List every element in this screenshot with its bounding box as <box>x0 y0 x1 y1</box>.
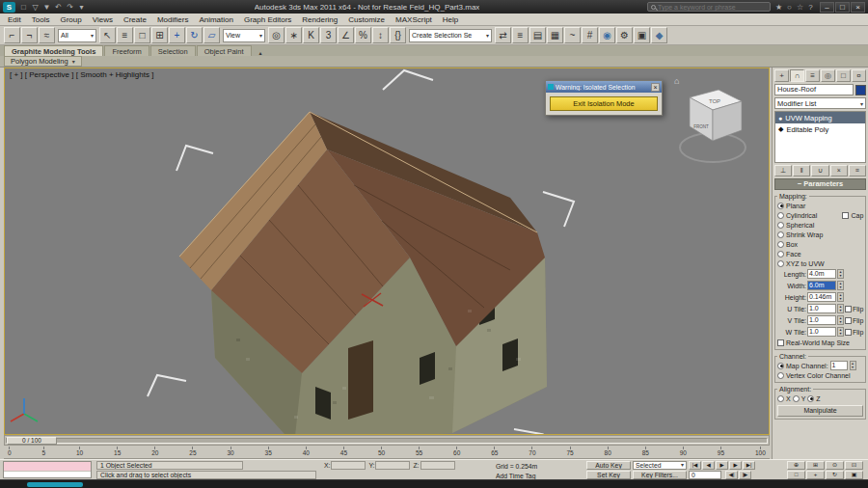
help-icon[interactable]: ? <box>805 3 816 12</box>
spinner-height[interactable]: Height:0.146m▴▾ <box>777 291 863 303</box>
ribbon-tab-freeform[interactable]: Freeform <box>104 45 149 56</box>
real-world-map-size-checkbox[interactable]: Real-World Map Size <box>777 338 863 347</box>
coordinate-x-field[interactable]: X: <box>324 461 366 470</box>
select-by-name-icon[interactable]: ≡ <box>117 27 133 43</box>
viewcube-top-label[interactable]: TOP <box>709 98 720 104</box>
make-unique-icon[interactable]: ∪ <box>811 165 828 176</box>
select-object-icon[interactable]: ↖ <box>99 27 116 43</box>
coordinate-z-field[interactable]: Z: <box>413 461 454 470</box>
show-end-result-icon[interactable]: ‖ <box>793 165 810 176</box>
app-logo-icon[interactable]: S <box>3 2 15 13</box>
zoom-region-icon[interactable]: □ <box>787 471 805 479</box>
spinner-arrows[interactable]: ▴▾ <box>837 269 844 279</box>
pin-stack-icon[interactable]: ⊥ <box>774 165 792 176</box>
spinner-arrows[interactable]: ▴▾ <box>837 327 844 337</box>
named-selection-sets-combo[interactable]: Create Selection Se▾ <box>409 29 492 42</box>
spinner-snap-icon[interactable]: ↕ <box>372 27 389 43</box>
ribbon-minimize-icon[interactable]: ▴ <box>257 49 265 56</box>
flip-checkbox[interactable] <box>845 306 852 312</box>
spinner-length[interactable]: Length:4.0m▴▾ <box>777 268 863 280</box>
key-filters-button[interactable]: Key Filters... <box>633 471 687 479</box>
menu-group[interactable]: Group <box>60 15 81 24</box>
modify-tab[interactable]: ∩ <box>790 69 804 82</box>
mapping-option-planar[interactable]: Planar <box>777 201 863 210</box>
dialog-close-button[interactable]: × <box>651 83 660 92</box>
auto-key-button[interactable]: Auto Key <box>586 461 631 470</box>
go-to-end-button[interactable]: ▶| <box>743 461 755 470</box>
utilities-tab[interactable]: ¤ <box>852 69 866 82</box>
percent-snap-icon[interactable]: % <box>355 27 371 43</box>
viewcube-front-label[interactable]: FRONT <box>693 124 709 129</box>
add-time-tag[interactable]: Add Time Tag <box>496 473 535 479</box>
curve-editor-icon[interactable]: ~ <box>564 27 581 43</box>
pan-icon[interactable]: + <box>806 471 825 479</box>
menu-views[interactable]: Views <box>93 15 113 24</box>
mapping-option-spherical[interactable]: Spherical <box>777 220 863 230</box>
spinner-arrows[interactable]: ▴▾ <box>837 281 844 290</box>
new-scene-icon[interactable]: □ <box>18 3 29 12</box>
time-slider-handle[interactable]: 0 / 100 <box>7 437 57 445</box>
spinner-w-tile[interactable]: W Tile:1.0▴▾Flip <box>777 326 863 338</box>
align-axis-x-radio[interactable] <box>777 395 784 402</box>
selection-filter-dropdown[interactable]: All▾ <box>58 29 96 42</box>
menu-help[interactable]: Help <box>443 15 458 24</box>
play-button[interactable]: ▶ <box>716 461 728 470</box>
menu-edit[interactable]: Edit <box>8 15 21 24</box>
flip-checkbox[interactable] <box>845 329 852 336</box>
key-mode-dropdown[interactable]: Selected▾ <box>633 461 687 470</box>
listener-macro-pane[interactable] <box>4 462 91 471</box>
bind-to-spacewarp-icon[interactable]: ≈ <box>39 27 55 43</box>
cap-checkbox[interactable] <box>842 212 849 219</box>
coordinate-y-field[interactable]: Y: <box>368 461 410 470</box>
align-icon[interactable]: ≡ <box>512 27 529 43</box>
mapping-option-face[interactable]: Face <box>777 249 863 258</box>
go-to-start-button[interactable]: |◀ <box>689 461 701 470</box>
manipulate-button[interactable]: Manipulate <box>777 405 863 417</box>
motion-tab[interactable]: ◎ <box>821 69 835 82</box>
select-and-manipulate-icon[interactable]: ∗ <box>285 27 302 43</box>
ribbon-tab-object-paint[interactable]: Object Paint <box>197 45 252 56</box>
reference-coordinate-dropdown[interactable]: View▾ <box>223 29 265 42</box>
layer-manager-icon[interactable]: ▤ <box>529 27 546 43</box>
mapping-option-box[interactable]: Box <box>777 239 863 249</box>
quick-access-dropdown-icon[interactable]: ▾ <box>76 3 87 12</box>
render-setup-icon[interactable]: ⚙ <box>616 27 633 43</box>
rendered-frame-window-icon[interactable]: ▣ <box>634 27 650 43</box>
map-channel-radio[interactable]: Map Channel: 1 ▴▾ <box>777 361 863 370</box>
next-frame-button[interactable]: ▶ <box>729 461 742 470</box>
rectangular-selection-region-icon[interactable]: □ <box>134 27 150 43</box>
previous-frame-button[interactable]: ◀ <box>702 461 715 470</box>
select-and-link-icon[interactable]: ⌐ <box>4 27 20 43</box>
mirror-icon[interactable]: ⇄ <box>495 27 511 43</box>
use-pivot-center-icon[interactable]: ◎ <box>268 27 285 43</box>
subscription-center-icon[interactable]: ★ <box>773 3 784 12</box>
minimize-button[interactable]: – <box>820 2 834 13</box>
select-and-move-icon[interactable]: + <box>169 27 185 43</box>
remove-modifier-icon[interactable]: × <box>830 165 848 176</box>
dialog-titlebar[interactable]: Warning: Isolated Selection × <box>546 81 662 93</box>
material-editor-icon[interactable]: ◉ <box>599 27 615 43</box>
save-file-icon[interactable]: ▼ <box>41 3 52 12</box>
menu-graph-editors[interactable]: Graph Editors <box>244 15 291 24</box>
ribbon-tab-graphite-modeling-tools[interactable]: Graphite Modeling Tools <box>4 45 103 56</box>
spinner-arrows[interactable]: ▴▾ <box>837 292 844 302</box>
angle-snap-icon[interactable]: ∠ <box>338 27 354 43</box>
viewcube[interactable] <box>690 90 742 141</box>
menu-modifiers[interactable]: Modifiers <box>157 15 188 24</box>
track-bar[interactable]: 0510152025303540455055606570758085909510… <box>4 446 770 459</box>
menu-animation[interactable]: Animation <box>199 15 233 24</box>
object-color-swatch[interactable] <box>855 85 866 95</box>
align-axis-y-radio[interactable] <box>793 395 800 402</box>
exit-isolation-mode-button[interactable]: Exit Isolation Mode <box>550 96 658 111</box>
house-model[interactable] <box>179 112 547 435</box>
set-key-button[interactable]: Set Key <box>586 471 631 479</box>
parameters-rollout-header[interactable]: − Parameters <box>774 178 866 190</box>
select-and-scale-icon[interactable]: ▱ <box>203 27 220 43</box>
graphite-ribbon-toggle-icon[interactable]: ▦ <box>547 27 563 43</box>
keyboard-override-icon[interactable]: K <box>303 27 319 43</box>
time-slider[interactable]: 0 / 100 <box>4 435 770 446</box>
spinner-v-tile[interactable]: V Tile:1.0▴▾Flip <box>777 314 863 326</box>
vertex-color-channel-radio[interactable]: Vertex Color Channel <box>777 370 863 380</box>
map-channel-field[interactable]: 1 <box>830 361 848 370</box>
unlink-selection-icon[interactable]: ¬ <box>21 27 38 43</box>
